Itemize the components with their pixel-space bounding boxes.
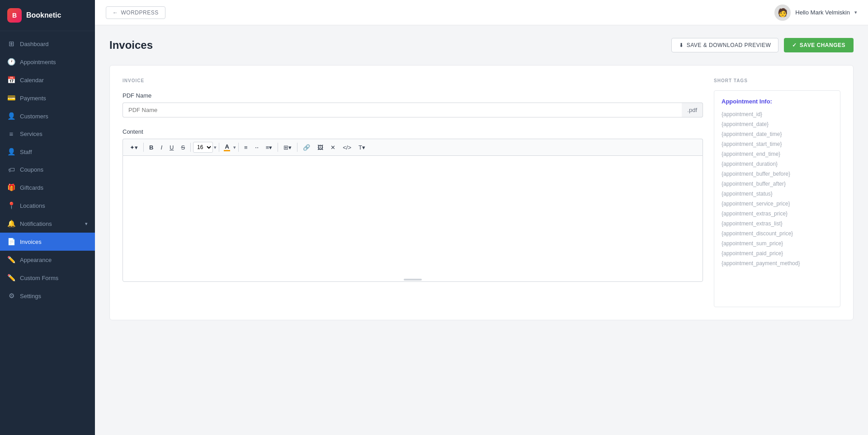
sidebar-label-notifications: Notifications <box>20 220 52 227</box>
sidebar-item-notifications[interactable]: 🔔 Notifications ▾ <box>0 215 95 233</box>
source-button[interactable]: </> <box>340 142 354 153</box>
toolbar-sep-5 <box>278 143 278 152</box>
font-size-select[interactable]: 16 12 14 18 24 <box>193 142 213 153</box>
save-changes-button[interactable]: ✓ SAVE CHANGES <box>784 38 854 52</box>
nav-icon-coupons: 🏷 <box>7 166 15 173</box>
nav-icon-locations: 📍 <box>7 201 15 210</box>
sidebar-item-invoices[interactable]: 📄 Invoices <box>0 233 95 251</box>
sidebar-label-custom-forms: Custom Forms <box>20 275 58 281</box>
sidebar-label-customers: Customers <box>20 113 48 120</box>
main-content: ← WORDPRESS 🧑 Hello Mark Velmiskin ▾ Inv… <box>95 0 868 435</box>
underline-button[interactable]: U <box>166 142 177 153</box>
sidebar-item-customers[interactable]: 👤 Customers <box>0 107 95 125</box>
short-tag-item[interactable]: {appointment_extras_list} <box>722 219 833 229</box>
short-tag-item[interactable]: {appointment_id} <box>722 109 833 119</box>
save-download-button[interactable]: ⬇ SAVE & DOWNLOAD PREVIEW <box>671 38 778 52</box>
editor-toolbar: ✦▾ B I U S 16 12 14 18 24 ▾ <box>123 139 703 155</box>
toolbar-sep-6 <box>297 143 297 152</box>
text-style-button[interactable]: T▾ <box>355 142 368 153</box>
editor-area[interactable] <box>123 155 703 282</box>
avatar: 🧑 <box>774 5 791 21</box>
sidebar-item-custom-forms[interactable]: ✏️ Custom Forms <box>0 269 95 287</box>
short-tag-item[interactable]: {appointment_end_time} <box>722 149 833 159</box>
user-name: Hello Mark Velmiskin <box>795 9 850 16</box>
short-tag-item[interactable]: {appointment_status} <box>722 189 833 199</box>
sidebar-label-services: Services <box>20 131 42 137</box>
toolbar-sep-2 <box>190 143 191 152</box>
check-icon: ✓ <box>792 42 797 48</box>
sidebar-label-locations: Locations <box>20 202 45 209</box>
short-tag-item[interactable]: {appointment_buffer_before} <box>722 169 833 179</box>
nav-icon-dashboard: ⊞ <box>7 40 15 48</box>
sidebar-item-staff[interactable]: 👤 Staff <box>0 143 95 161</box>
sidebar-item-calendar[interactable]: 📅 Calendar <box>0 71 95 89</box>
nav-icon-appearance: ✏️ <box>7 256 15 264</box>
page-title: Invoices <box>109 39 153 51</box>
sidebar-item-giftcards[interactable]: 🎁 Giftcards <box>0 178 95 196</box>
font-color-button[interactable]: A <box>222 142 232 153</box>
sidebar-item-payments[interactable]: 💳 Payments <box>0 89 95 107</box>
ordered-list-button[interactable]: ⋅⋅ <box>252 142 262 153</box>
align-button[interactable]: ≡▾ <box>263 142 276 153</box>
editor-resize-handle[interactable] <box>404 279 422 281</box>
short-tag-item[interactable]: {appointment_date} <box>722 119 833 129</box>
short-tag-item[interactable]: {appointment_date_time} <box>722 129 833 139</box>
back-arrow-icon: ← <box>113 9 118 16</box>
logo-text: Booknetic <box>26 11 61 19</box>
sidebar-item-services[interactable]: ≡ Services <box>0 125 95 143</box>
sidebar-item-appointments[interactable]: 🕐 Appointments <box>0 53 95 71</box>
sidebar-label-dashboard: Dashboard <box>20 41 49 47</box>
nav-icon-staff: 👤 <box>7 148 15 156</box>
page-header: Invoices ⬇ SAVE & DOWNLOAD PREVIEW ✓ SAV… <box>109 38 854 52</box>
save-download-label: SAVE & DOWNLOAD PREVIEW <box>687 42 771 48</box>
short-tag-item[interactable]: {appointment_extras_price} <box>722 209 833 219</box>
page-body: Invoices ⬇ SAVE & DOWNLOAD PREVIEW ✓ SAV… <box>95 25 868 435</box>
short-tag-item[interactable]: {appointment_payment_method} <box>722 258 833 268</box>
image-button[interactable]: 🖼 <box>314 142 326 153</box>
invoice-panel: INVOICE PDF Name .pdf Content ✦▾ B I U S <box>109 65 854 320</box>
nav-icon-services: ≡ <box>7 130 15 138</box>
short-tag-item[interactable]: {appointment_buffer_after} <box>722 179 833 189</box>
short-tag-item[interactable]: {appointment_discount_price} <box>722 229 833 239</box>
short-tag-item[interactable]: {appointment_service_price} <box>722 199 833 209</box>
short-tag-item[interactable]: {appointment_start_time} <box>722 139 833 149</box>
clear-format-button[interactable]: ✕ <box>327 142 339 153</box>
bold-button[interactable]: B <box>146 142 156 153</box>
unordered-list-button[interactable]: ≡ <box>241 142 251 153</box>
header-actions: ⬇ SAVE & DOWNLOAD PREVIEW ✓ SAVE CHANGES <box>671 38 854 52</box>
short-tags-section-title: Appointment Info: <box>722 98 833 105</box>
short-tag-item[interactable]: {appointment_duration} <box>722 159 833 169</box>
link-button[interactable]: 🔗 <box>300 142 313 153</box>
save-changes-label: SAVE CHANGES <box>800 42 845 48</box>
italic-button[interactable]: I <box>157 142 165 153</box>
magic-toolbar-btn[interactable]: ✦▾ <box>127 142 141 153</box>
nav-icon-notifications: 🔔 <box>7 220 15 228</box>
nav-icon-customers: 👤 <box>7 112 15 120</box>
sidebar-item-settings[interactable]: ⚙ Settings <box>0 287 95 305</box>
strikethrough-button[interactable]: S <box>178 142 188 153</box>
short-tags-panel: SHORT TAGS Appointment Info:{appointment… <box>714 78 840 307</box>
toolbar-sep-4 <box>238 143 239 152</box>
logo-icon: B <box>7 8 22 23</box>
sidebar-item-dashboard[interactable]: ⊞ Dashboard <box>0 35 95 53</box>
sidebar-label-appearance: Appearance <box>20 257 52 263</box>
wordpress-back-button[interactable]: ← WORDPRESS <box>106 6 165 19</box>
sidebar-item-coupons[interactable]: 🏷 Coupons <box>0 161 95 178</box>
user-menu[interactable]: 🧑 Hello Mark Velmiskin ▾ <box>774 5 857 21</box>
short-tags-section-label: SHORT TAGS <box>714 78 840 83</box>
sidebar-item-locations[interactable]: 📍 Locations <box>0 196 95 215</box>
wordpress-back-label: WORDPRESS <box>121 9 159 16</box>
sidebar-item-appearance[interactable]: ✏️ Appearance <box>0 251 95 269</box>
sidebar-label-staff: Staff <box>20 149 32 155</box>
table-button[interactable]: ⊞▾ <box>280 142 295 153</box>
nav-icon-invoices: 📄 <box>7 238 15 246</box>
toolbar-sep-1 <box>143 143 144 152</box>
short-tag-item[interactable]: {appointment_paid_price} <box>722 248 833 258</box>
chevron-down-icon: ▾ <box>854 9 857 15</box>
short-tag-item[interactable]: {appointment_sum_price} <box>722 239 833 248</box>
pdf-name-input[interactable] <box>123 103 682 117</box>
content-label: Content <box>123 128 703 135</box>
nav-icon-calendar: 📅 <box>7 76 15 84</box>
invoice-section-label: INVOICE <box>123 78 703 83</box>
pdf-name-row: .pdf <box>123 103 703 117</box>
